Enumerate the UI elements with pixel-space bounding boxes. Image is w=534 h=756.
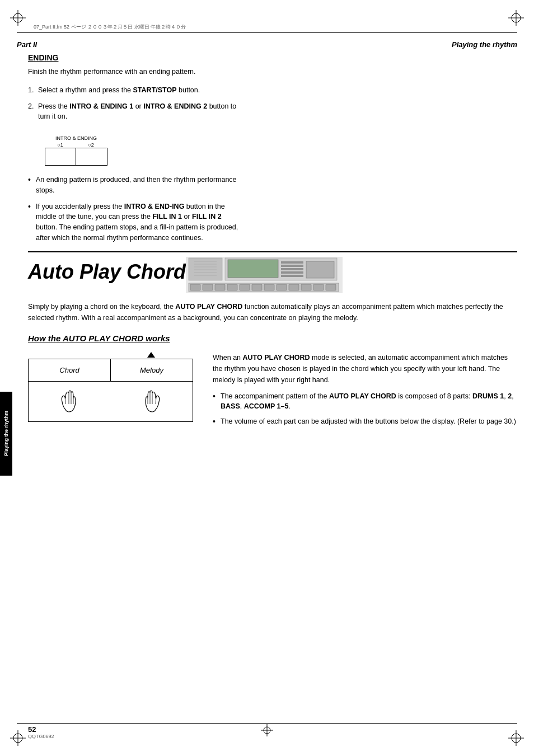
diagram-sublabels: ○1 ○2	[45, 142, 107, 148]
svg-rect-29	[289, 284, 299, 290]
corner-mark-tl	[10, 10, 26, 26]
chord-melody-bottom	[29, 382, 193, 421]
auto-play-chord-bold-desc: AUTO PLAY CHORD	[175, 303, 242, 311]
diagram-boxes	[45, 148, 107, 166]
bottom-center-crosshair	[261, 724, 273, 738]
ending-description: Finish the rhythm performance with an en…	[28, 67, 241, 77]
ending-title: ENDING	[28, 53, 517, 62]
diagram-sub1: ○1	[45, 142, 76, 148]
chord-melody-diagram: Chord Melody	[28, 359, 193, 422]
side-tab-text: Playing the rhythm	[3, 411, 9, 456]
svg-rect-25	[240, 284, 250, 290]
intro-ending-bold: INTRO & END-ING	[124, 203, 185, 210]
header: Part II Playing the rhythm	[17, 40, 517, 49]
auto-play-chord-bold-how: AUTO PLAY CHORD	[243, 354, 310, 361]
how-content: Chord Melody	[28, 352, 517, 433]
chord-melody-header: Chord Melody	[29, 359, 193, 382]
triangle-pointer	[147, 352, 155, 358]
apc-bold-1: AUTO PLAY CHORD	[329, 392, 396, 400]
how-bullet-dot-2: •	[213, 416, 221, 426]
how-bullet-dot-1: •	[213, 391, 221, 401]
bullet-dot-2: •	[28, 201, 36, 212]
how-section: How the AUTO PLAY CHORD works Chord Melo…	[28, 334, 517, 433]
auto-play-description: Simply by playing a chord on the keyboar…	[28, 301, 517, 323]
ending-section: ENDING Finish the rhythm performance wit…	[28, 53, 517, 243]
how-title: How the AUTO PLAY CHORD works	[28, 334, 517, 343]
header-left: Part II	[17, 40, 37, 49]
step-2-text: Press the INTRO & ENDING 1 or INTRO & EN…	[38, 101, 241, 123]
svg-rect-27	[264, 284, 274, 290]
header-right: Playing the rhythm	[452, 40, 517, 49]
corner-mark-tr	[508, 10, 524, 26]
how-bullet-2: • The volume of each part can be adjuste…	[213, 416, 517, 427]
svg-rect-13	[228, 260, 278, 278]
accomp-bold: ACCOMP 1–5	[244, 402, 289, 410]
auto-play-chord-title: Auto Play Chord	[28, 261, 186, 283]
bottom-rule	[17, 723, 517, 724]
diagram-box-2	[76, 148, 107, 165]
bullet-item-1: • An ending pattern is produced, and the…	[28, 175, 241, 196]
svg-rect-15	[281, 265, 303, 267]
intro-ending-1-bold: INTRO & ENDING 1	[69, 102, 133, 110]
right-hand-icon	[136, 388, 167, 414]
drums2-bold: 2	[508, 392, 512, 400]
diagram-label: INTRO & ENDING	[45, 135, 107, 141]
corner-mark-bl	[10, 730, 26, 746]
svg-rect-22	[203, 284, 213, 290]
how-right-para1: When an AUTO PLAY CHORD mode is selected…	[213, 352, 517, 386]
diagram-sub2: ○2	[76, 142, 106, 148]
fill-in-1-bold: FILL IN 1	[152, 213, 182, 220]
svg-rect-17	[281, 271, 303, 274]
bullet-dot-1: •	[28, 175, 36, 185]
corner-mark-br	[508, 730, 524, 746]
svg-rect-14	[281, 261, 303, 264]
svg-rect-28	[277, 284, 287, 290]
left-hand-icon	[54, 388, 85, 414]
svg-rect-16	[281, 268, 303, 270]
file-info: 07_Part II.fm 52 ページ ２００３年２月５日 水曜日 午後２時４…	[34, 24, 186, 31]
step-2: 2. Press the INTRO & ENDING 1 or INTRO &…	[28, 101, 241, 123]
title-and-diagram: Auto Play Chord	[28, 257, 517, 293]
step-1: 1. Select a rhythm and press the START/S…	[28, 85, 241, 96]
svg-rect-24	[227, 284, 237, 290]
how-left: Chord Melody	[28, 352, 202, 433]
auto-play-chord-section: Auto Play Chord	[28, 257, 517, 433]
bass-bold: BASS	[221, 402, 240, 410]
step-1-number: 1.	[28, 85, 38, 96]
top-rule	[17, 32, 517, 33]
how-bullet-text-2: The volume of each part can be adjusted …	[221, 416, 517, 427]
main-content: ENDING Finish the rhythm performance wit…	[28, 53, 517, 433]
page: 07_Part II.fm 52 ページ ２００３年２月５日 水曜日 午後２時４…	[0, 0, 534, 756]
bullet-text-1: An ending pattern is produced, and then …	[36, 175, 241, 196]
how-bullet-1: • The accompaniment pattern of the AUTO …	[213, 391, 517, 412]
svg-rect-21	[190, 284, 200, 290]
bullet-item-2: • If you accidentally press the INTRO & …	[28, 201, 241, 243]
fill-in-2-bold: FILL IN 2	[192, 213, 222, 220]
drums-bold: DRUMS 1	[472, 392, 504, 400]
svg-rect-18	[281, 275, 303, 277]
footer-page-number: 52	[28, 725, 54, 734]
step-2-number: 2.	[28, 101, 38, 112]
svg-rect-26	[252, 284, 262, 290]
start-stop-bold: START/STOP	[133, 86, 177, 94]
svg-rect-31	[313, 284, 324, 290]
bullet-text-2: If you accidentally press the INTRO & EN…	[36, 201, 241, 243]
step-1-text: Select a rhythm and press the START/STOP…	[38, 85, 241, 96]
how-right: When an AUTO PLAY CHORD mode is selected…	[213, 352, 517, 433]
triangle-row	[28, 352, 202, 359]
footer: 52 QQTG0692	[28, 725, 54, 739]
section-divider	[28, 251, 517, 252]
side-tab: Playing the rhythm	[0, 392, 12, 476]
numbered-list: 1. Select a rhythm and press the START/S…	[28, 85, 517, 122]
melody-col-label: Melody	[111, 359, 193, 381]
diagram-box-1	[45, 148, 76, 165]
keyboard-diagram-svg	[186, 257, 343, 293]
keyboard-diagram	[186, 257, 343, 293]
left-hand-col	[29, 386, 111, 416]
chord-col-label: Chord	[29, 359, 111, 381]
svg-rect-30	[301, 284, 311, 290]
svg-rect-23	[215, 284, 225, 290]
svg-rect-32	[326, 284, 336, 290]
intro-ending-diagram: INTRO & ENDING ○1 ○2	[45, 135, 107, 166]
svg-rect-19	[306, 261, 334, 278]
